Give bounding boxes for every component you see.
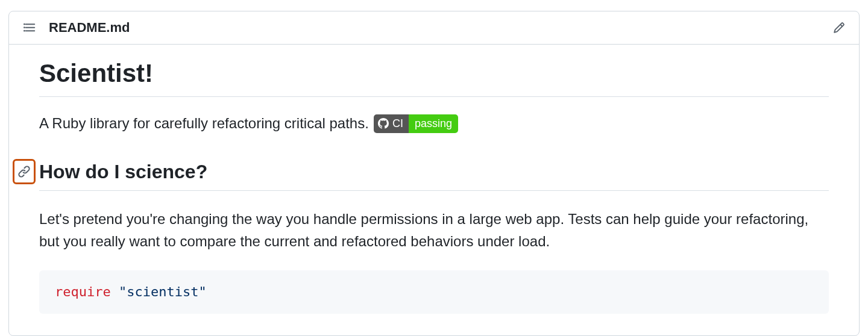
svg-point-0 — [24, 23, 25, 25]
svg-point-1 — [24, 26, 25, 28]
readme-header-left: README.md — [24, 20, 130, 36]
github-icon — [378, 118, 389, 129]
section-heading-row: How do I science? — [39, 161, 829, 191]
ci-badge-left: CI — [374, 114, 409, 133]
code-string: "scientist" — [119, 284, 207, 299]
code-block: require "scientist" — [39, 270, 829, 314]
section-heading: How do I science? — [39, 161, 829, 183]
readme-filename[interactable]: README.md — [49, 20, 130, 36]
readme-container: README.md Scientist! A Ruby library for … — [8, 11, 860, 336]
ci-badge-label: CI — [392, 117, 403, 130]
code-keyword: require — [55, 284, 111, 299]
page-title: Scientist! — [39, 59, 829, 97]
edit-icon[interactable] — [832, 21, 846, 34]
tagline-text: A Ruby library for carefully refactoring… — [39, 113, 369, 134]
toc-icon[interactable] — [24, 21, 37, 34]
ci-badge-status: passing — [409, 114, 458, 133]
anchor-link-icon[interactable] — [13, 159, 36, 184]
intro-paragraph: Let's pretend you're changing the way yo… — [39, 208, 829, 252]
ci-badge[interactable]: CI passing — [374, 114, 458, 133]
tagline-row: A Ruby library for carefully refactoring… — [39, 113, 829, 134]
readme-header: README.md — [9, 11, 859, 45]
readme-body: Scientist! A Ruby library for carefully … — [9, 45, 859, 314]
svg-point-2 — [24, 30, 25, 32]
